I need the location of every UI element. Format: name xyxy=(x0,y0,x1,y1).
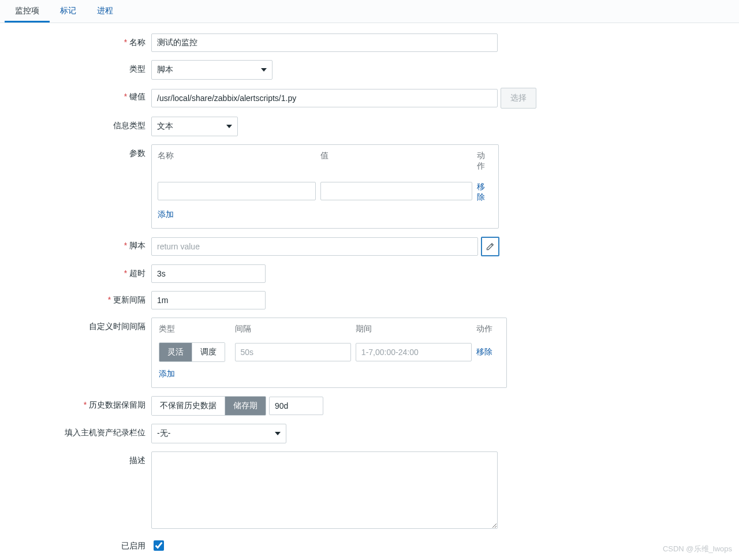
key-input[interactable] xyxy=(151,89,498,107)
info-type-value: 文本 xyxy=(157,121,173,132)
params-box: 名称 值 动作 移 除 添加 xyxy=(151,144,499,229)
form: 名称 类型 脚本 键值 选择 信息类型 文本 xyxy=(0,23,739,560)
history-storage[interactable]: 储存期 xyxy=(225,397,266,415)
ci-col-period: 期间 xyxy=(353,322,474,340)
edit-script-button[interactable] xyxy=(481,237,499,256)
label-name: 名称 xyxy=(0,33,151,48)
pencil-icon xyxy=(486,242,495,251)
tab-tags[interactable]: 标记 xyxy=(50,0,87,23)
label-type: 类型 xyxy=(0,60,151,74)
script-input[interactable] xyxy=(151,237,478,256)
ci-type-scheduling[interactable]: 调度 xyxy=(192,343,225,361)
info-type-select[interactable]: 文本 xyxy=(151,117,238,136)
label-custom-interval: 自定义时间间隔 xyxy=(0,318,151,332)
ci-period-input[interactable] xyxy=(356,343,472,361)
ci-type-segment: 灵活 调度 xyxy=(159,342,225,362)
ci-row: 灵活 调度 移除 xyxy=(156,340,502,364)
watermark: CSDN @乐维_lwops xyxy=(663,544,732,554)
history-segment: 不保留历史数据 储存期 xyxy=(151,396,266,416)
param-remove-link[interactable]: 移 除 xyxy=(477,182,485,201)
label-info-type: 信息类型 xyxy=(0,117,151,131)
ci-add-link[interactable]: 添加 xyxy=(159,369,175,378)
select-button[interactable]: 选择 xyxy=(501,88,536,109)
type-select[interactable]: 脚本 xyxy=(151,60,273,80)
params-col-value: 值 xyxy=(318,147,474,180)
history-days-input[interactable] xyxy=(269,397,323,415)
description-textarea[interactable] xyxy=(151,451,498,529)
label-key: 键值 xyxy=(0,88,151,102)
chevron-down-icon xyxy=(261,68,267,72)
inventory-value: -无- xyxy=(157,428,170,439)
interval-input[interactable] xyxy=(151,291,266,309)
chevron-down-icon xyxy=(275,432,281,435)
ci-col-type: 类型 xyxy=(156,322,233,340)
ci-col-interval: 间隔 xyxy=(233,322,353,340)
label-history: 历史数据保留期 xyxy=(0,396,151,410)
tab-items[interactable]: 监控项 xyxy=(5,0,50,23)
param-name-input[interactable] xyxy=(158,182,316,200)
params-col-action: 动作 xyxy=(475,147,495,180)
ci-interval-input[interactable] xyxy=(235,343,351,361)
type-select-value: 脚本 xyxy=(157,65,173,75)
timeout-input[interactable] xyxy=(151,264,266,283)
label-timeout: 超时 xyxy=(0,264,151,279)
inventory-select[interactable]: -无- xyxy=(151,424,286,443)
param-value-input[interactable] xyxy=(320,182,472,200)
label-interval: 更新间隔 xyxy=(0,291,151,305)
history-no-keep[interactable]: 不保留历史数据 xyxy=(152,397,225,415)
label-params: 参数 xyxy=(0,144,151,159)
ci-remove-link[interactable]: 移除 xyxy=(476,347,492,356)
ci-col-action: 动作 xyxy=(474,322,502,340)
name-input[interactable] xyxy=(151,33,498,52)
label-script: 脚本 xyxy=(0,237,151,251)
label-description: 描述 xyxy=(0,451,151,466)
chevron-down-icon xyxy=(226,125,232,128)
param-add-link[interactable]: 添加 xyxy=(158,210,174,219)
custom-interval-box: 类型 间隔 期间 动作 灵活 调度 xyxy=(151,318,507,388)
tab-process[interactable]: 进程 xyxy=(87,0,124,23)
tabs: 监控项 标记 进程 xyxy=(0,0,739,23)
label-enabled: 已启用 xyxy=(0,537,151,551)
enabled-checkbox[interactable] xyxy=(154,540,164,551)
params-row: 移 除 xyxy=(155,180,495,205)
ci-type-flexible[interactable]: 灵活 xyxy=(159,343,192,361)
params-col-name: 名称 xyxy=(155,147,318,180)
label-inventory: 填入主机资产纪录栏位 xyxy=(0,424,151,438)
